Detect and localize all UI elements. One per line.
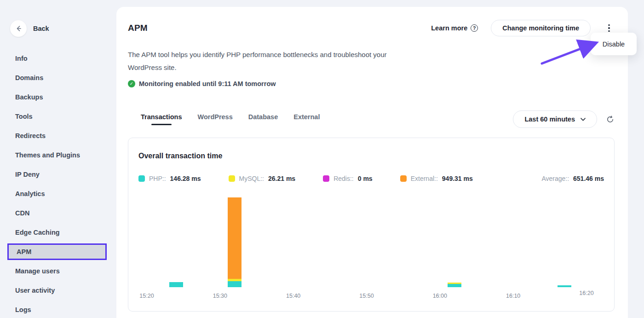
legend-item-mysql: MySQL::26.21 ms [229, 175, 296, 182]
bar-segment-external [228, 197, 242, 279]
legend-item-external: External::949.31 ms [400, 175, 473, 182]
description-line-2: WordPress site. [128, 64, 177, 71]
sidebar-item-backups[interactable]: Backups [0, 87, 116, 107]
legend-item-redis: Redis::0 ms [323, 175, 373, 182]
legend-value: 0 ms [358, 175, 373, 182]
refresh-icon[interactable] [605, 115, 615, 124]
legend-name: Average:: [541, 175, 569, 182]
legend-swatch [323, 175, 329, 182]
page-description: The APM tool helps you identify PHP perf… [128, 48, 615, 74]
toolbar-right: Last 60 minutes [513, 110, 615, 128]
sidebar-item-analytics[interactable]: Analytics [0, 184, 116, 203]
back-label: Back [33, 25, 49, 32]
legend-name: Redis:: [334, 175, 354, 182]
chart-bar-16-17 [558, 285, 571, 287]
main-panel: APM Learn more ? Change monitoring time … [116, 7, 628, 318]
sidebar-item-ip-deny[interactable]: IP Deny [0, 165, 116, 184]
sidebar-item-apm[interactable]: APM [7, 243, 107, 260]
change-monitoring-time-button[interactable]: Change monitoring time [491, 20, 591, 36]
header-actions: Learn more ? Change monitoring time [431, 20, 615, 36]
question-circle-icon: ? [471, 24, 478, 32]
bar-segment-php [558, 285, 571, 287]
legend-swatch [138, 175, 145, 182]
tab-external[interactable]: External [293, 113, 320, 125]
legend-average: Average::651.46 ms [541, 175, 604, 182]
description-line-1: The APM tool helps you identify PHP perf… [128, 51, 387, 58]
sidebar-item-themes-and-plugins[interactable]: Themes and Plugins [0, 145, 116, 165]
page-title: APM [128, 23, 148, 33]
legend-name: PHP:: [149, 175, 166, 182]
sidebar-item-domains[interactable]: Domains [0, 68, 116, 87]
sidebar-item-info[interactable]: Info [0, 49, 116, 68]
monitoring-status: ✓ Monitoring enabled until 9:11 AM tomor… [128, 80, 615, 87]
x-axis-label: 15:40 [286, 293, 300, 299]
sidebar-item-logs[interactable]: Logs [0, 300, 116, 318]
time-range-dropdown[interactable]: Last 60 minutes [513, 110, 597, 128]
chart-bar-16-02 [448, 283, 461, 287]
monitoring-status-text: Monitoring enabled until 9:11 AM tomorro… [139, 80, 276, 87]
x-axis-label: 16:10 [506, 293, 520, 299]
sidebar-item-manage-users[interactable]: Manage users [0, 261, 116, 281]
chevron-down-icon [581, 118, 586, 121]
chart-bar-15-24 [169, 282, 183, 287]
page-header: APM Learn more ? Change monitoring time [128, 20, 615, 36]
bar-segment-php [169, 282, 183, 287]
overall-transaction-time-card: Overall transaction time PHP::146.28 msM… [128, 138, 615, 312]
tab-database[interactable]: Database [248, 113, 278, 125]
page: Back InfoDomainsBackupsToolsRedirectsThe… [0, 0, 644, 318]
transaction-time-chart: 15:2015:3015:4015:5016:0016:1016:20 [138, 191, 604, 299]
legend-value: 26.21 ms [268, 175, 295, 182]
chart-bar-15-32 [228, 197, 242, 287]
legend-swatch [400, 175, 407, 182]
sidebar-item-cdn[interactable]: CDN [0, 203, 116, 223]
legend-swatch [229, 175, 235, 182]
x-axis-label: 16:20 [579, 290, 593, 296]
menu-item-disable[interactable]: Disable [591, 33, 637, 55]
card-title: Overall transaction time [138, 152, 604, 160]
chart-toolbar: TransactionsWordPressDatabaseExternal La… [128, 110, 615, 128]
legend-value: 146.28 ms [170, 175, 201, 182]
back-button[interactable]: Back [10, 20, 116, 37]
bar-segment-php [228, 281, 242, 287]
x-axis-label: 15:20 [139, 293, 154, 299]
check-circle-icon: ✓ [128, 80, 135, 87]
tab-bar: TransactionsWordPressDatabaseExternal [141, 113, 320, 125]
sidebar-item-user-activity[interactable]: User activity [0, 281, 116, 300]
tab-wordpress[interactable]: WordPress [197, 113, 232, 125]
sidebar-item-edge-caching[interactable]: Edge Caching [0, 223, 116, 242]
x-axis-label: 15:30 [213, 293, 227, 299]
legend-name: MySQL:: [239, 175, 264, 182]
legend-value: 651.46 ms [573, 175, 604, 182]
x-axis-label: 15:50 [359, 293, 374, 299]
sidebar: Back InfoDomainsBackupsToolsRedirectsThe… [0, 0, 116, 318]
legend-value: 949.31 ms [442, 175, 473, 182]
legend-name: External:: [411, 175, 438, 182]
sidebar-item-tools[interactable]: Tools [0, 107, 116, 126]
learn-more-link[interactable]: Learn more ? [431, 24, 478, 32]
tab-transactions[interactable]: Transactions [141, 113, 182, 125]
x-axis-label: 16:00 [433, 293, 447, 299]
learn-more-label: Learn more [431, 24, 467, 32]
time-range-label: Last 60 minutes [524, 116, 575, 123]
back-arrow-icon[interactable] [10, 20, 27, 37]
sidebar-nav: InfoDomainsBackupsToolsRedirectsThemes a… [0, 49, 116, 318]
chart-legend: PHP::146.28 msMySQL::26.21 msRedis::0 ms… [138, 175, 604, 182]
legend-item-php: PHP::146.28 ms [138, 175, 201, 182]
bar-segment-php [448, 284, 461, 287]
sidebar-item-redirects[interactable]: Redirects [0, 126, 116, 145]
